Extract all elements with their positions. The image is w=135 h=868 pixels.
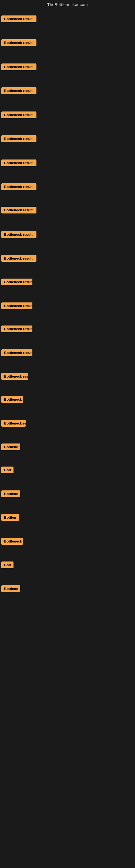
badge-wrapper-25: Bottlene [1, 585, 20, 593]
bottleneck-badge-24[interactable]: Bott [1, 561, 13, 568]
badge-wrapper-16: Bottleneck res [1, 373, 28, 381]
badge-wrapper-20: Bott [1, 467, 13, 474]
bottleneck-badge-20[interactable]: Bott [1, 467, 13, 473]
bottleneck-badge-4[interactable]: Bottleneck result [1, 87, 37, 94]
bottleneck-badge-9[interactable]: Bottleneck result [1, 207, 37, 214]
badge-wrapper-3: Bottleneck result [1, 63, 37, 71]
badge-wrapper-17: Bottleneck [1, 396, 23, 404]
badge-wrapper-9: Bottleneck result [1, 207, 37, 215]
site-title: TheBottlenecker.com [0, 0, 135, 10]
bottleneck-badge-1[interactable]: Bottleneck result [1, 16, 37, 22]
bottleneck-badge-25[interactable]: Bottlene [1, 585, 20, 592]
badge-wrapper-23: Bottleneck [1, 538, 23, 546]
badge-wrapper-13: Bottleneck result [1, 303, 32, 310]
badge-wrapper-19: Bottlene [1, 443, 20, 452]
badge-wrapper-22: Bottlen [1, 514, 19, 522]
bottleneck-badge-15[interactable]: Bottleneck result [1, 349, 32, 356]
bottleneck-badge-13[interactable]: Bottleneck result [1, 303, 32, 309]
badge-wrapper-14: Bottleneck result [1, 326, 32, 333]
bottleneck-badge-10[interactable]: Bottleneck result [1, 231, 37, 238]
badge-wrapper-1: Bottleneck result [1, 16, 37, 23]
bottleneck-badge-18[interactable]: Bottleneck re [1, 420, 26, 427]
bottleneck-badge-23[interactable]: Bottleneck [1, 538, 23, 545]
bottleneck-badge-11[interactable]: Bottleneck result [1, 255, 37, 262]
bottleneck-badge-2[interactable]: Bottleneck result [1, 39, 37, 46]
badge-wrapper-6: Bottleneck result [1, 135, 37, 143]
bottleneck-badge-22[interactable]: Bottlen [1, 514, 19, 521]
badge-wrapper-15: Bottleneck result [1, 349, 32, 357]
bottleneck-badge-3[interactable]: Bottleneck result [1, 63, 37, 70]
bottleneck-badge-5[interactable]: Bottleneck result [1, 112, 37, 118]
bottleneck-badge-7[interactable]: Bottleneck result [1, 159, 37, 166]
bottleneck-badge-6[interactable]: Bottleneck result [1, 135, 37, 142]
ellipsis: ... [1, 733, 4, 736]
badge-wrapper-12: Bottleneck result [1, 279, 32, 286]
badge-wrapper-21: Bottlene [1, 490, 20, 498]
bottleneck-badge-16[interactable]: Bottleneck res [1, 373, 28, 380]
bottleneck-badge-8[interactable]: Bottleneck result [1, 183, 37, 190]
badge-wrapper-11: Bottleneck result [1, 255, 37, 263]
bottleneck-badge-19[interactable]: Bottlene [1, 443, 20, 450]
badge-wrapper-2: Bottleneck result [1, 39, 37, 47]
badge-wrapper-18: Bottleneck re [1, 420, 26, 428]
badge-wrapper-10: Bottleneck result [1, 231, 37, 239]
bottleneck-badge-12[interactable]: Bottleneck result [1, 279, 32, 285]
bottleneck-badge-17[interactable]: Bottleneck [1, 396, 23, 403]
badge-wrapper-8: Bottleneck result [1, 183, 37, 191]
bottleneck-badge-21[interactable]: Bottlene [1, 490, 20, 497]
bottleneck-badge-14[interactable]: Bottleneck result [1, 326, 32, 332]
badge-wrapper-7: Bottleneck result [1, 159, 37, 167]
badge-wrapper-4: Bottleneck result [1, 87, 37, 95]
badge-wrapper-24: Bott [1, 561, 13, 569]
badge-wrapper-5: Bottleneck result [1, 112, 37, 119]
